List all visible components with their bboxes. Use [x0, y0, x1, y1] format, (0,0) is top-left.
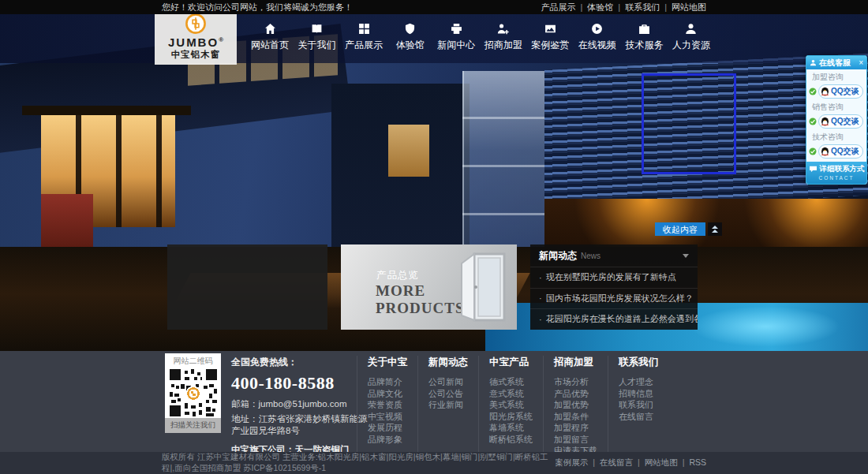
- news-item-text: 现在别墅阳光房的发展有了新特点: [546, 271, 676, 283]
- qr-code: [170, 369, 217, 416]
- open-window-icon: [458, 251, 507, 323]
- nav-label: 人力资源: [672, 39, 710, 52]
- email-line: 邮箱：jumbo@51jumbo.com: [231, 398, 372, 410]
- footer-link[interactable]: 中宝视频: [368, 411, 407, 423]
- footer-link[interactable]: 联系我们: [619, 399, 658, 411]
- footer-link[interactable]: 在线留言: [619, 411, 658, 423]
- chat-bubble-icon: [809, 166, 817, 173]
- nav-item-cases[interactable]: 案例鉴赏: [531, 23, 569, 52]
- collapse-content-button[interactable]: 收起内容: [655, 222, 705, 236]
- online-service-panel: 在线客服 × 加盟咨询 QQ交谈 销售咨询 QQ交谈 技术咨询 QQ交谈: [806, 55, 867, 185]
- bottom-link-cases[interactable]: 案例展示: [555, 457, 588, 467]
- hero-red-wall: [41, 194, 93, 252]
- bottom-link-rss[interactable]: RSS: [689, 457, 706, 467]
- footer-contact-block: 全国免费热线： 400-180-8588 邮箱：jumbo@51jumbo.co…: [231, 356, 372, 456]
- footer-link[interactable]: 公司新闻: [428, 376, 468, 388]
- nav-label: 招商加盟: [485, 39, 522, 52]
- qq-chat-button[interactable]: QQ交谈: [818, 114, 863, 129]
- logo-subtitle: 中宝铝木窗: [171, 49, 221, 61]
- close-icon[interactable]: ×: [859, 59, 863, 67]
- footer-link[interactable]: 加盟程序: [554, 422, 597, 434]
- nav-item-about[interactable]: 关于我们: [298, 23, 336, 52]
- double-up-icon[interactable]: [708, 222, 722, 236]
- bottom-link-message[interactable]: 在线留言: [600, 457, 633, 467]
- footer-link[interactable]: 招聘信息: [619, 388, 658, 400]
- top-link-sitemap[interactable]: 网站地图: [672, 2, 706, 12]
- footer-link[interactable]: 品牌简介: [368, 376, 407, 388]
- footer-link[interactable]: 发展历程: [368, 422, 407, 434]
- qq-chat-button[interactable]: QQ交谈: [818, 84, 863, 99]
- nav-label: 网站首页: [251, 39, 289, 52]
- footer-link[interactable]: 意式系统: [489, 388, 533, 400]
- nav-item-videos[interactable]: 在线视频: [578, 23, 616, 52]
- separator: |: [593, 457, 595, 467]
- footer-link[interactable]: 加盟优势: [554, 399, 597, 411]
- footer-link[interactable]: 品牌形象: [368, 434, 407, 446]
- top-link-showroom[interactable]: 体验馆: [587, 2, 613, 12]
- footer-link[interactable]: 加盟条件: [554, 411, 597, 423]
- footer-link[interactable]: 人才理念: [619, 376, 658, 388]
- nav-item-home[interactable]: 网站首页: [251, 23, 289, 52]
- hero-glass-tower: [462, 71, 556, 270]
- hotline-label: 全国免费热线：: [231, 356, 372, 369]
- nav-item-news[interactable]: 新闻中心: [437, 23, 475, 52]
- footer-link[interactable]: 行业新闻: [428, 399, 468, 411]
- nav-item-service[interactable]: 技术服务: [625, 23, 663, 52]
- footer-col-franchise: 招商加盟 市场分析 产品优势 加盟优势 加盟条件 加盟程序 加盟留言 申请表下载: [543, 356, 608, 457]
- news-item[interactable]: · 国内市场花园阳光房发展状况怎么样？: [530, 288, 698, 309]
- news-item[interactable]: · 花园阳光房在漫长的道路上必然会遇到各种挑战: [530, 308, 698, 330]
- email-label: 邮箱：: [231, 399, 259, 409]
- footer-link[interactable]: 幕墙系统: [489, 422, 533, 434]
- footer-link[interactable]: 市场分析: [554, 376, 597, 388]
- hero-pool-glow: [690, 306, 840, 347]
- qq-chat-label: QQ交谈: [831, 86, 859, 97]
- service-row: QQ交谈: [806, 84, 866, 99]
- footer-link[interactable]: 品牌文化: [368, 388, 407, 400]
- separator: |: [580, 2, 582, 12]
- footer-link[interactable]: 断桥铝系统: [489, 434, 533, 446]
- news-icon: [451, 23, 462, 35]
- hero-banner: 网站首页 关于我们 产品展示 体验馆 新闻中心: [0, 14, 868, 351]
- more-products-card[interactable]: 产品总览 MORE PRODUCTS: [341, 244, 517, 330]
- footer-link[interactable]: 荣誉资质: [368, 399, 407, 411]
- nav-item-showroom[interactable]: 体验馆: [392, 23, 428, 52]
- check-icon: [809, 88, 817, 95]
- top-link-contact[interactable]: 联系我们: [625, 2, 660, 12]
- top-link-products[interactable]: 产品展示: [541, 2, 575, 12]
- shield-icon: [404, 23, 416, 35]
- person-icon: [810, 59, 817, 66]
- footer-col-products: 中宝产品 德式系统 意式系统 美式系统 阳光房系统 幕墙系统 断桥铝系统: [478, 356, 543, 457]
- qq-chat-button[interactable]: QQ交谈: [818, 144, 863, 159]
- news-item[interactable]: · 现在别墅阳光房的发展有了新特点: [530, 267, 698, 288]
- footer-link[interactable]: 德式系统: [489, 376, 533, 388]
- footer-link[interactable]: 美式系统: [489, 399, 533, 411]
- site-logo[interactable]: JUMBO® 中宝铝木窗: [155, 9, 237, 65]
- nav-item-products[interactable]: 产品展示: [345, 23, 383, 52]
- nav-menu: 网站首页 关于我们 产品展示 体验馆 新闻中心: [251, 23, 710, 52]
- footer-link[interactable]: 公司公告: [428, 388, 468, 400]
- collapse-controls: 收起内容: [655, 222, 722, 236]
- user-plus-icon: [497, 23, 509, 35]
- qr-caption: 扫描关注我们: [165, 418, 221, 433]
- separator: |: [638, 457, 640, 467]
- contact-details-button[interactable]: 详细联系方式 CONTACT: [806, 162, 866, 184]
- nav-label: 产品展示: [345, 39, 383, 52]
- bottom-link-sitemap[interactable]: 网站地图: [645, 457, 678, 467]
- footer-link[interactable]: 阳光房系统: [489, 411, 533, 423]
- jumbo-logo-mark-icon: [185, 13, 206, 34]
- news-title-en: News: [581, 252, 600, 260]
- separator: |: [683, 457, 685, 467]
- logo-brand-text: JUMBO: [168, 35, 219, 49]
- address-label: 地址：: [231, 414, 259, 424]
- nav-label: 体验馆: [396, 39, 425, 52]
- footer-link[interactable]: 产品优势: [554, 388, 597, 400]
- qr-code-box: 网站二维码: [165, 353, 221, 433]
- slider-dark-panel[interactable]: [167, 244, 327, 330]
- nav-label: 在线视频: [578, 39, 616, 52]
- news-header: 新闻动态 News: [530, 244, 698, 267]
- logo-brand: JUMBO®: [168, 35, 223, 48]
- nav-item-franchise[interactable]: 招商加盟: [485, 23, 522, 52]
- nav-item-hr[interactable]: 人力资源: [672, 23, 710, 52]
- footer-link[interactable]: 加盟留言: [554, 434, 597, 446]
- caret-down-icon[interactable]: [683, 254, 689, 258]
